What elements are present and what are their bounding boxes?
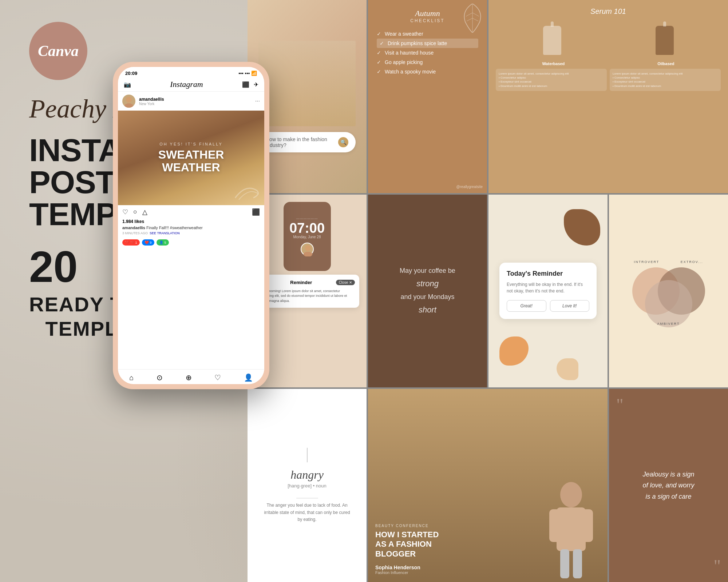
canva-badge: Canva [29,22,87,80]
serum-bottle-right [656,26,674,55]
checklist-item-4: ✓ Go apple picking [377,57,478,67]
grid-cell-checklist: Autumn CHECKLIST ✓ Wear a sweather ✓ Dri… [368,0,487,193]
serum-label-waterbased: Waterbased [542,61,565,66]
svg-line-6 [467,18,472,21]
svg-point-1 [124,103,133,108]
save-button[interactable]: ⬛ [252,208,260,216]
see-translation-link[interactable]: SEE TRANSLATION [150,231,180,235]
checklist-item-2-text: Drink pumpkins spice latte [388,40,447,46]
nav-search-icon[interactable]: ⊙ [157,373,163,382]
reminder-card-body: Good morning! Lorem ipsum dolor sit amet… [259,289,355,304]
serum-col-right-text: Lorem ipsum dolor sit amet, consectetur … [613,72,718,88]
serum-col-left: Lorem ipsum dolor sit amet, consectetur … [496,69,607,91]
checklist-item-4-text: Go apple picking [385,59,423,65]
nav-profile-icon[interactable]: 👤 [244,373,253,382]
svg-line-5 [466,13,472,16]
send-icon[interactable]: ✈ [254,81,258,88]
status-icons: ▪▪▪ ▪▪▪ 📶 [238,71,257,76]
fashion-main-title: HOW I STARTEDAS A FASHIONBLOGGER [375,530,600,559]
canva-logo-text: Canva [38,42,79,60]
serum-col-right: Lorem ipsum dolor sit amet, consectetur … [610,69,721,91]
search-submit-button[interactable]: 🔍 [338,137,348,147]
serum-labels: Waterbased Oilbased [496,61,721,66]
fashion-person-name: Sophia Henderson [375,565,600,570]
grid-icon[interactable]: ⬛ [242,81,249,88]
post-reactions: ❤️❤️ 1 ❤️ 9 👤 5 [118,236,264,248]
introvert-label: INTROVERT [634,260,660,264]
serum-col-left-text: Lorem ipsum dolor sit amet, consectetur … [499,72,604,88]
search-icon: 🔍 [340,139,347,145]
svg-point-8 [304,252,312,256]
nav-add-icon[interactable]: ⊕ [186,373,192,382]
caption-text: Finally Fall!!! #sweatherweather [146,226,203,230]
nav-heart-icon[interactable]: ♡ [214,373,221,382]
todays-reminder-card: Today's Reminder Everything will be okay… [499,263,597,319]
coffee-short-word: short [419,305,436,314]
serum-title: Serum 101 [496,7,721,16]
likes-count: 1.984 likes [118,219,264,226]
site-handle: @reallygreatsite [456,185,483,189]
svg-point-7 [305,245,311,251]
grid-cell-serum: Serum 101 Waterbased Oilbased Lorem ipsu… [488,0,728,193]
caption-username: amandaellis [122,226,145,230]
checklist-item-5: ✓ Watch a spooky movie [377,67,478,76]
post-username: amandaellis [139,97,252,102]
nav-home-icon[interactable]: ⌂ [129,374,134,382]
alarm-avatar [301,243,314,256]
reminder-great-button[interactable]: Great! [507,300,546,312]
share-button[interactable]: △ [142,208,147,216]
checklist-item-5-text: Watch a spooky movie [385,69,436,75]
serum-label-oilbased: Oilbased [657,61,674,66]
hangry-definition: The anger you feel due to lack of food. … [264,502,351,523]
checklist-item-3-text: Visit a haunted house [385,50,434,56]
post-caption: amandaellis Finally Fall!!! #sweatherwea… [118,226,264,231]
phone-status-bar: 20:09 ▪▪▪ ▪▪▪ 📶 [118,67,264,77]
post-user-row: amandaellis New York ··· [118,92,264,111]
camera-icon[interactable]: 📷 [124,81,131,88]
more-options-icon[interactable]: ··· [255,98,260,104]
closing-quote-mark: " [713,557,721,575]
checklist-item-3: ✓ Visit a haunted house [377,48,478,57]
post-subtitle: OH YES! IT'S FINALLY [159,142,223,146]
check-5-icon: ✓ [377,69,381,75]
phone-outer-frame: 20:09 ▪▪▪ ▪▪▪ 📶 📷 Instagram ⬛ ✈ [113,62,269,389]
personality-venn-diagram: INTROVERT EXTROV... AMBIVERT [632,255,705,327]
hangry-word: hangry [290,468,324,482]
instagram-logo: Instagram [170,80,203,89]
check-2-icon: ✓ [380,40,384,46]
phone-screen: 20:09 ▪▪▪ ▪▪▪ 📶 📷 Instagram ⬛ ✈ [118,67,264,384]
grid-cell-personality: INTROVERT EXTROV... AMBIVERT [609,195,728,388]
fashion-conference-label: BEAUTY CONFERENCE [375,524,600,528]
hangry-divider [296,498,318,498]
serum-bottles-display [496,22,721,59]
post-time: 3 MINUTES AGO SEE TRANSLATION [118,231,264,236]
comment-button[interactable]: ○ [133,208,137,216]
reaction-like: ❤️ 9 [142,239,154,246]
search-bar[interactable]: How to make in the fashion industry? 🔍 [258,132,356,152]
post-image: OH YES! IT'S FINALLY SWEATHERWEATHER [118,111,264,205]
alarm-date-display: Monday, June 28 [293,235,321,239]
grid-cell-coffee-quote: May your coffee be strong and your Monda… [368,195,487,388]
checklist-item-2: ✓ Drink pumpkins spice latte [377,39,478,48]
count-number: 20 [29,245,78,288]
svg-line-4 [472,18,478,21]
alarm-day-label: —————— [296,217,318,220]
reminder-loveit-button[interactable]: Love It! [550,300,590,312]
status-time: 20:09 [125,71,137,76]
reaction-person: 👤 5 [157,239,169,246]
personality-labels-container: INTROVERT EXTROV... AMBIVERT [632,255,705,327]
reminder-card-header: 🔔 Reminder Close ✕ [259,279,355,286]
grid-cell-jealousy-quote: " Jealousy is a signof love, and worryis… [609,389,728,582]
post-actions-row: ♡ ○ △ ⬛ [118,205,264,219]
reminder-action-buttons: Great! Love It! [507,300,589,312]
blob-orange-shape [499,336,529,366]
blob-peach-shape [557,358,578,380]
svg-point-0 [126,97,132,103]
reminder-close-button[interactable]: Close ✕ [336,280,355,285]
alarm-time-display: 07:00 [289,221,325,235]
search-placeholder-text: How to make in the fashion industry? [266,136,335,148]
hangry-top-divider [307,448,308,462]
like-button[interactable]: ♡ [122,208,128,216]
fashion-person-role: Fashion Influencer [375,570,600,575]
grid-cell-todays-reminder: Today's Reminder Everything will be okay… [488,195,608,388]
